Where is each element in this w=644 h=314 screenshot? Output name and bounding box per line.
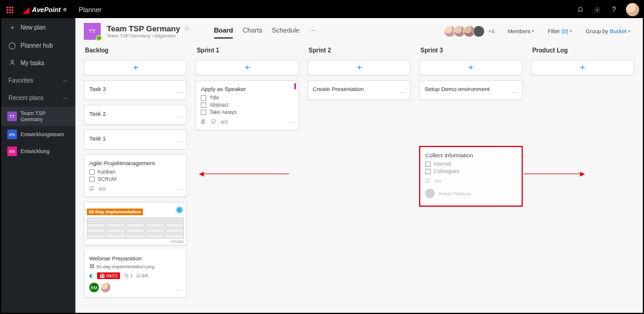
chevron-down-icon: ▾	[628, 29, 631, 34]
task-card[interactable]: Setup Demo environment ···	[419, 80, 522, 100]
user-avatar[interactable]	[626, 3, 639, 16]
tab-board[interactable]: Board	[214, 24, 233, 39]
burst-icon: ✸	[175, 204, 184, 217]
checkbox-icon[interactable]	[89, 177, 95, 182]
checkbox-icon[interactable]	[201, 102, 206, 108]
favorites-section[interactable]: Favorites ︿	[1, 72, 75, 89]
task-card[interactable]: Task 3 ···	[84, 80, 187, 100]
due-date-badge: 📅 08/22	[97, 272, 120, 279]
checkbox-icon[interactable]	[89, 169, 95, 175]
add-task-button[interactable]: ＋	[419, 60, 522, 75]
card-title: Task 1	[89, 135, 182, 142]
help-icon[interactable]: ?	[605, 1, 622, 18]
svg-rect-7	[9, 11, 11, 13]
app-launcher-icon[interactable]	[1, 1, 18, 18]
assignee-name: Robert Mulsow	[438, 191, 470, 196]
card-title: Collect Information	[425, 152, 516, 159]
checkbox-icon[interactable]	[425, 162, 431, 167]
filter-dropdown[interactable]: Filter (0) ▾	[544, 28, 576, 34]
card-title: Webinar Preparation	[89, 255, 182, 262]
assignee-avatar	[101, 283, 110, 292]
recent-plans-section[interactable]: Recent plans ︿	[1, 89, 75, 107]
chevron-up-icon: ︿	[63, 94, 68, 102]
calendar-icon: 🗓	[201, 119, 206, 125]
checkbox-icon[interactable]	[201, 110, 206, 115]
svg-rect-6	[7, 11, 8, 13]
plan-link-entwicklungsteam[interactable]: EN Entwicklungsteam	[1, 126, 75, 143]
image-banner: 30 Day Implementation	[87, 209, 143, 215]
svg-rect-0	[7, 7, 8, 8]
checklist-icon: ☑	[211, 119, 216, 125]
add-task-button[interactable]: ＋	[84, 60, 187, 75]
checkbox-icon[interactable]	[201, 95, 206, 101]
plan-link-label: Entwicklung	[21, 148, 49, 154]
svg-point-9	[596, 9, 598, 11]
task-card[interactable]: Task 2 ···	[84, 105, 187, 125]
group-by-dropdown[interactable]: Group by Bucket ▾	[582, 28, 634, 34]
card-menu-icon[interactable]: ···	[176, 89, 183, 96]
card-title: Create Presentation	[313, 86, 405, 92]
members-stack[interactable]: +4	[446, 25, 498, 37]
plan-icon[interactable]: TT	[84, 23, 101, 40]
my-tasks-link[interactable]: My tasks	[1, 54, 75, 72]
plan-link-team-tsp[interactable]: TT Team TSP Germany	[1, 107, 75, 126]
new-plan-button[interactable]: ＋ New plan	[1, 18, 75, 37]
card-menu-icon[interactable]: ···	[176, 114, 183, 121]
checkbox-icon[interactable]	[425, 169, 431, 174]
card-menu-icon[interactable]: ···	[176, 287, 183, 294]
person-icon	[8, 59, 16, 67]
view-tabs: Board Charts Schedule ···	[214, 24, 317, 39]
bucket-backlog: Backlog ＋ Task 3 ··· Task 2 ··· Task 1 ·…	[84, 46, 187, 307]
recent-label: Recent plans	[8, 95, 43, 101]
brand-logo-icon: ◢	[23, 5, 30, 14]
card-title: Agile Projektmanagement	[89, 160, 182, 166]
tab-more[interactable]: ···	[309, 24, 317, 39]
card-menu-icon[interactable]: ···	[176, 186, 183, 193]
task-card-speaker[interactable]: Apply as Speaker Title Abstract Take Awa…	[195, 80, 298, 130]
add-task-button[interactable]: ＋	[531, 60, 634, 75]
bucket-title[interactable]: Backlog	[84, 46, 187, 55]
svg-rect-3	[7, 9, 8, 11]
task-card-collect-info[interactable]: Collect Information Internet Colleagues …	[419, 146, 522, 207]
card-title: Task 2	[89, 110, 182, 117]
bucket-title[interactable]: Sprint 1	[195, 46, 298, 55]
svg-rect-4	[9, 9, 11, 11]
task-card[interactable]: Create Presentation ···	[308, 80, 411, 100]
card-menu-icon[interactable]: ···	[400, 89, 406, 96]
attachment-icon: 🖼	[89, 264, 94, 269]
chevron-up-icon: ︿	[63, 77, 68, 84]
bucket-title[interactable]: Product Log	[531, 46, 634, 55]
checklist-progress: 0/3	[221, 119, 227, 125]
card-menu-icon[interactable]: ···	[176, 139, 183, 145]
tab-charts[interactable]: Charts	[242, 24, 262, 39]
card-menu-icon[interactable]: ···	[511, 89, 518, 96]
settings-gear-icon[interactable]	[589, 1, 605, 18]
bucket-title[interactable]: Sprint 3	[419, 46, 522, 55]
card-image-preview[interactable]: 30 Day Implementation ✸ OPUS|D	[84, 202, 187, 245]
plan-chip-icon: EN	[7, 146, 17, 156]
hub-icon: ◯	[8, 42, 16, 49]
task-card-webinar[interactable]: Webinar Preparation 🖼 30-day-implementat…	[84, 250, 187, 298]
notifications-icon[interactable]	[572, 1, 589, 18]
bucket-title[interactable]: Sprint 2	[308, 46, 411, 55]
planner-hub-link[interactable]: ◯ Planner hub	[1, 37, 75, 54]
checklist-progress: 0/2	[99, 186, 106, 192]
plan-link-entwicklung[interactable]: EN Entwicklung	[1, 143, 75, 160]
breadcrumb[interactable]: Team TSP Germany › Allgemein	[107, 33, 190, 39]
app-name[interactable]: Planner	[72, 6, 109, 13]
add-task-button[interactable]: ＋	[195, 60, 298, 75]
tab-schedule[interactable]: Schedule	[272, 24, 300, 39]
task-card-agile[interactable]: Agile Projektmanagement Kanban SCRUM ☑ 0…	[84, 154, 187, 197]
annotation-arrow-right-icon	[524, 174, 584, 174]
bucket-sprint3: Sprint 3 ＋ Setup Demo environment ··· Co…	[419, 46, 522, 307]
plus-icon: ＋	[8, 23, 16, 32]
favorite-star-icon[interactable]: ☆	[184, 25, 190, 33]
planner-hub-label: Planner hub	[21, 42, 53, 49]
add-task-button[interactable]: ＋	[308, 60, 411, 75]
task-card[interactable]: Task 1 ···	[84, 130, 187, 149]
attachment-count-icon: 📎 1	[124, 273, 133, 278]
card-menu-icon[interactable]: ···	[288, 119, 294, 126]
members-dropdown[interactable]: Members▾	[504, 28, 538, 34]
checklist-icon: ☑	[89, 186, 94, 192]
bucket-sprint1: Sprint 1 ＋ Apply as Speaker Title Abstra…	[195, 46, 298, 307]
